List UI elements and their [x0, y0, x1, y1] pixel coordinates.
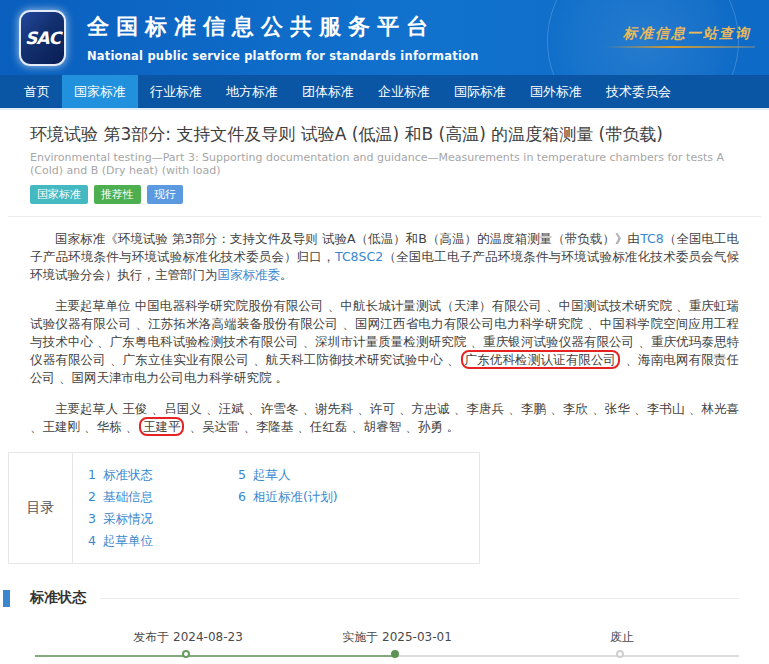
table-of-contents: 目录 1标准状态2基础信息3采标情况4起草单位 5起草人6相近标准(计划) [8, 452, 480, 564]
platform-title: 全国标准信息公共服务平台 [87, 12, 479, 42]
status-section-header: 标准状态 [3, 589, 739, 607]
platform-subtitle: National public service platform for sta… [87, 49, 479, 63]
toc-column-1: 1标准状态2基础信息3采标情况4起草单位 [88, 464, 238, 552]
status-badge: 推荐性 [94, 185, 141, 204]
nav-tab[interactable]: 团体标准 [290, 75, 366, 108]
toc-item[interactable]: 3采标情况 [88, 508, 238, 530]
divider [8, 216, 761, 217]
toc-label: 目录 [9, 453, 73, 563]
timeline-line-inactive [397, 655, 739, 657]
timeline-line-active [35, 655, 397, 657]
paragraph-text: 、吴达雷 、李隆基 、任红磊 、胡睿智 、孙勇 。 [185, 419, 459, 434]
status-section-title: 标准状态 [30, 589, 86, 607]
section-rule [100, 598, 739, 599]
toc-item[interactable]: 5起草人 [238, 464, 338, 486]
timeline-milestone-node [391, 650, 399, 658]
slogan-calligraphy: 标准信息一站查询 [623, 25, 751, 43]
status-timeline: 发布于 2024-08-23实施于 2025-03-01废止 [30, 615, 739, 664]
inline-link[interactable]: TC8 [640, 231, 664, 246]
nav-underline [0, 108, 769, 110]
paragraph-drafting-organizations: 主要起草单位 中国电器科学研究院股份有限公司 、中航长城计量测试（天津）有限公司… [30, 297, 739, 387]
standard-badges: 国家标准推荐性现行 [30, 185, 739, 204]
nav-tab[interactable]: 国际标准 [442, 75, 518, 108]
paragraph-drafters: 主要起草人 王俊 、吕国义 、汪斌 、许雪冬 、谢先科 、许可 、方忠诚 、李唐… [30, 400, 739, 436]
red-highlight-annotation: 王建平 [139, 417, 185, 436]
paragraph-text: 。 [280, 267, 293, 282]
status-badge: 现行 [147, 185, 183, 204]
timeline-milestone-label: 废止 [610, 629, 634, 646]
nav-tab[interactable]: 国家标准 [62, 75, 138, 108]
toc-item[interactable]: 4起草单位 [88, 530, 238, 552]
paragraph-text: 国家标准《环境试验 第3部分：支持文件及导则 试验A（低温）和B（高温）的温度箱… [55, 231, 640, 246]
toc-column-2: 5起草人6相近标准(计划) [238, 464, 338, 552]
toc-body: 1标准状态2基础信息3采标情况4起草单位 5起草人6相近标准(计划) [73, 453, 338, 563]
standard-title-en: Environmental testing—Part 3: Supporting… [30, 151, 739, 177]
timeline-milestone-node [182, 650, 190, 658]
section-accent-bar [3, 590, 10, 607]
status-badge: 国家标准 [30, 185, 88, 204]
platform-titles: 全国标准信息公共服务平台 National public service pla… [87, 12, 479, 63]
red-highlight-annotation: 广东优科检测认证有限公司 [461, 350, 621, 369]
timeline-milestone-label: 发布于 2024-08-23 [133, 629, 243, 646]
main-nav: 首页国家标准行业标准地方标准团体标准企业标准国际标准国外标准技术委员会 [0, 75, 769, 108]
toc-item[interactable]: 2基础信息 [88, 486, 238, 508]
toc-item[interactable]: 6相近标准(计划) [238, 486, 338, 508]
timeline-milestone-node [616, 650, 624, 658]
app-header: SAC 全国标准信息公共服务平台 National public service… [0, 0, 769, 75]
timeline-milestone-label: 实施于 2025-03-01 [342, 629, 452, 646]
nav-tab[interactable]: 国外标准 [518, 75, 594, 108]
inline-link[interactable]: 国家标准委 [218, 267, 281, 282]
nav-tab[interactable]: 技术委员会 [594, 75, 683, 108]
standard-title-cn: 环境试验 第3部分: 支持文件及导则 试验A (低温) 和B (高温) 的温度箱… [30, 123, 739, 146]
toc-item[interactable]: 1标准状态 [88, 464, 238, 486]
nav-tab[interactable]: 首页 [12, 75, 62, 108]
inline-link[interactable]: TC8SC2 [335, 249, 383, 264]
nav-tab[interactable]: 行业标准 [138, 75, 214, 108]
nav-tab[interactable]: 企业标准 [366, 75, 442, 108]
sac-logo-text: SAC [25, 28, 60, 48]
nav-tab[interactable]: 地方标准 [214, 75, 290, 108]
paragraph-governance: 国家标准《环境试验 第3部分：支持文件及导则 试验A（低温）和B（高温）的温度箱… [30, 230, 739, 284]
sac-logo: SAC [19, 10, 66, 66]
slogan-underline [605, 46, 755, 48]
standard-detail: 环境试验 第3部分: 支持文件及导则 试验A (低温) 和B (高温) 的温度箱… [0, 123, 769, 664]
